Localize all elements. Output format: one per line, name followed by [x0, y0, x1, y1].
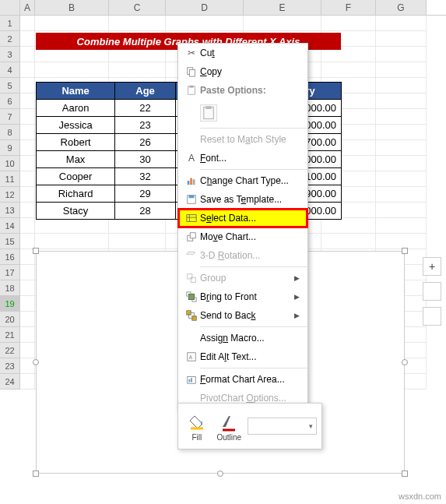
outline-icon: [219, 411, 238, 433]
row-header[interactable]: 16: [0, 249, 20, 265]
menu-group[interactable]: Group▶: [178, 269, 307, 287]
svg-rect-15: [190, 233, 195, 238]
resize-handle[interactable]: [402, 248, 408, 254]
menu-separator: [200, 266, 307, 267]
menu-assign-macro[interactable]: Assign Macro...: [178, 329, 307, 347]
menu-change-chart-type[interactable]: Change Chart Type...: [178, 171, 307, 190]
select-all-corner[interactable]: [0, 0, 20, 15]
row-header[interactable]: 8: [0, 125, 20, 140]
menu-separator: [200, 169, 307, 170]
col-A[interactable]: A: [20, 0, 35, 15]
col-F[interactable]: F: [321, 0, 376, 15]
menu-paste-options-label: Paste Options:: [178, 81, 307, 100]
format-area-icon: [183, 374, 200, 385]
move-chart-icon: [183, 231, 200, 242]
menu-copy[interactable]: Copy: [178, 62, 307, 81]
svg-text:A: A: [189, 354, 193, 360]
menu-cut[interactable]: ✂Cut: [178, 44, 307, 62]
row-header[interactable]: 18: [0, 280, 20, 296]
resize-handle[interactable]: [33, 248, 39, 254]
row-header[interactable]: 10: [0, 156, 20, 171]
row-header[interactable]: 13: [0, 203, 20, 218]
svg-rect-1: [189, 69, 195, 76]
row-header[interactable]: 5: [0, 78, 20, 93]
svg-rect-8: [193, 179, 195, 185]
resize-handle[interactable]: [217, 471, 223, 477]
fill-icon: [188, 411, 206, 433]
row-header[interactable]: 3: [0, 47, 20, 62]
plus-icon: +: [429, 260, 435, 273]
chart-type-icon: [183, 175, 200, 186]
svg-rect-17: [191, 277, 195, 282]
submenu-arrow-icon: ▶: [294, 312, 300, 319]
row-header[interactable]: 17: [0, 265, 20, 280]
svg-rect-7: [190, 178, 192, 185]
row-header[interactable]: 19: [0, 296, 20, 312]
row-header[interactable]: 6: [0, 93, 20, 109]
svg-rect-11: [187, 215, 196, 222]
row-header[interactable]: 20: [0, 312, 20, 327]
col-G[interactable]: G: [376, 0, 427, 15]
row-header[interactable]: 21: [0, 327, 20, 343]
paste-option-button[interactable]: [200, 104, 217, 122]
menu-separator: [200, 326, 307, 327]
mini-toolbar: Fill Outline ▾: [177, 403, 322, 449]
paste-icon: [183, 85, 200, 96]
row-header[interactable]: 23: [0, 358, 20, 374]
svg-rect-27: [189, 379, 191, 382]
col-B[interactable]: B: [35, 0, 109, 15]
row-header[interactable]: 11: [0, 171, 20, 187]
svg-rect-6: [188, 181, 190, 185]
svg-rect-10: [189, 196, 195, 199]
rotation-icon: [183, 250, 200, 261]
menu-bring-front[interactable]: Bring to Front▶: [178, 287, 307, 306]
menu-separator: [200, 368, 307, 368]
menu-3d-rotation[interactable]: 3-D Rotation...: [178, 246, 307, 265]
style-dropdown[interactable]: ▾: [248, 418, 317, 435]
chart-side-buttons: +: [423, 257, 441, 326]
resize-handle[interactable]: [33, 359, 39, 365]
menu-move-chart[interactable]: Move Chart...: [178, 227, 307, 246]
svg-rect-16: [188, 274, 192, 279]
chart-elements-button[interactable]: +: [423, 257, 441, 276]
menu-save-template[interactable]: Save as Template...: [178, 190, 307, 209]
menu-reset-style[interactable]: Reset to Match Style: [178, 130, 307, 149]
bring-front-icon: [183, 291, 200, 302]
context-menu: ✂Cut Copy Paste Options: Reset to Match …: [177, 43, 308, 408]
menu-font[interactable]: AFont...: [178, 149, 307, 167]
col-C[interactable]: C: [109, 0, 166, 15]
chart-styles-button[interactable]: [423, 282, 441, 301]
chart-filters-button[interactable]: [423, 307, 441, 326]
row-header[interactable]: 2: [0, 31, 20, 47]
resize-handle[interactable]: [33, 471, 39, 477]
font-icon: A: [183, 153, 200, 164]
row-header[interactable]: 7: [0, 109, 20, 125]
col-E[interactable]: E: [244, 0, 321, 15]
submenu-arrow-icon: ▶: [294, 274, 300, 282]
fill-button[interactable]: Fill: [183, 411, 211, 442]
resize-handle[interactable]: [402, 359, 408, 365]
resize-handle[interactable]: [402, 471, 408, 477]
row-header[interactable]: 1: [0, 16, 20, 31]
svg-rect-28: [191, 378, 192, 382]
group-icon: [183, 273, 200, 284]
watermark: wsxdn.com: [399, 492, 441, 501]
menu-send-back[interactable]: Send to Back▶: [178, 306, 307, 325]
menu-select-data[interactable]: Select Data...: [178, 209, 307, 227]
th-age[interactable]: Age: [115, 83, 176, 100]
copy-icon: [183, 66, 200, 77]
column-headers[interactable]: A B C D E F G: [0, 0, 446, 16]
row-header[interactable]: 15: [0, 234, 20, 249]
row-header[interactable]: 22: [0, 343, 20, 358]
row-header[interactable]: 9: [0, 140, 20, 156]
row-header[interactable]: 12: [0, 187, 20, 203]
menu-alt-text[interactable]: AEdit Alt Text...: [178, 347, 307, 366]
row-header[interactable]: 4: [0, 62, 20, 78]
outline-button[interactable]: Outline: [216, 411, 244, 442]
th-name[interactable]: Name: [37, 83, 115, 100]
row-header[interactable]: 14: [0, 218, 20, 234]
col-D[interactable]: D: [166, 0, 244, 15]
menu-format-chart-area[interactable]: Format Chart Area...: [178, 370, 307, 389]
row-header[interactable]: 24: [0, 374, 20, 389]
svg-rect-18: [189, 294, 195, 300]
